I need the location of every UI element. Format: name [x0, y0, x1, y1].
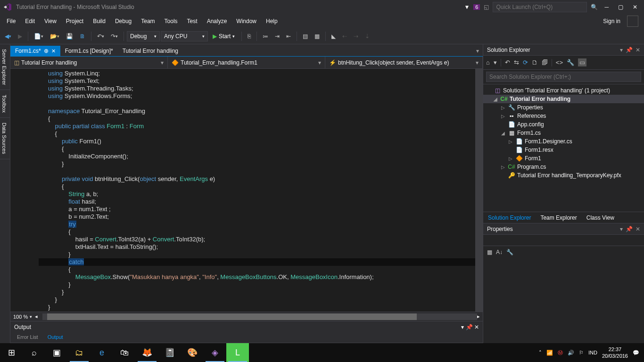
tray-volume-icon[interactable]: 🔊	[568, 350, 574, 356]
save-all-button[interactable]: 🗎	[77, 31, 88, 41]
config-combo[interactable]: Debug▾	[127, 31, 160, 41]
bt-team-explorer[interactable]: Team Explorer	[536, 213, 581, 223]
tree-references[interactable]: ▷▪▪References	[483, 112, 644, 120]
tree-program[interactable]: ▷C#Program.cs	[483, 163, 644, 171]
data-sources-tab[interactable]: Data Sources	[0, 118, 10, 159]
tb-icon-9[interactable]: ⇢	[351, 31, 361, 41]
open-file-button[interactable]: 📂▾	[47, 31, 62, 41]
close-button[interactable]: ✕	[630, 3, 640, 11]
nav-back-button[interactable]: ◀ ▾	[2, 31, 14, 41]
tree-form1class[interactable]: ▷🔶Form1	[483, 154, 644, 163]
quick-launch-input[interactable]	[493, 2, 587, 12]
server-explorer-tab[interactable]: Server Explorer	[0, 44, 10, 90]
tb-icon-6[interactable]: ▦	[312, 31, 322, 41]
tb-icon-5[interactable]: ▤	[300, 31, 311, 41]
tray-m-icon[interactable]: Ⓜ	[558, 349, 563, 356]
horizontal-scrollbar[interactable]	[42, 313, 477, 320]
menu-window[interactable]: Window	[231, 16, 261, 26]
tb-icon-8[interactable]: ⇠	[339, 31, 350, 41]
menu-build[interactable]: Build	[88, 16, 110, 26]
se-search-input[interactable]	[486, 72, 641, 82]
tree-solution[interactable]: ◫Solution 'Tutorial Error handling' (1 p…	[483, 86, 644, 95]
se-home-icon[interactable]: ⌂	[486, 59, 490, 66]
se-refresh-icon[interactable]: ⟳	[523, 59, 528, 66]
redo-button[interactable]: ↷▾	[108, 31, 121, 41]
output-tab[interactable]: Output	[43, 333, 68, 343]
tray-wifi-icon[interactable]: 📶	[546, 350, 553, 356]
tree-properties[interactable]: ▷🔧Properties	[483, 103, 644, 112]
tb-icon-3[interactable]: ⇥	[272, 31, 282, 41]
scroll-left[interactable]: ◂	[35, 313, 38, 320]
platform-combo[interactable]: Any CPU▾	[161, 31, 208, 41]
tb-icon-7[interactable]: ◣	[329, 31, 339, 41]
maximize-button[interactable]: ▢	[615, 3, 626, 11]
visual-studio-taskbar[interactable]: ◈	[204, 343, 226, 362]
code-editor[interactable]: using System.Linq;using System.Text;usin…	[10, 69, 483, 312]
store[interactable]: 🛍	[113, 343, 136, 362]
menu-analyze[interactable]: Analyze	[202, 16, 232, 26]
start-menu[interactable]: ⊞	[0, 343, 23, 362]
doc-tab-form1cs[interactable]: Form1.cs*⊕✕	[10, 46, 60, 56]
toolbox-tab[interactable]: Toolbox	[0, 90, 10, 118]
scroll-right[interactable]: ▸	[477, 313, 480, 320]
se-preview-icon[interactable]: ▭	[578, 58, 586, 66]
nav-project-combo[interactable]: ◫Tutorial Error handling▾	[10, 57, 168, 68]
menu-debug[interactable]: Debug	[110, 16, 136, 26]
save-button[interactable]: 💾	[63, 31, 76, 41]
minimize-button[interactable]: ─	[602, 3, 611, 11]
se-pin[interactable]: 📌	[626, 47, 633, 53]
notification-badge[interactable]: 6	[473, 4, 480, 10]
error-list-tab[interactable]: Error List	[12, 333, 43, 343]
menu-view[interactable]: View	[40, 16, 61, 26]
tray-lang[interactable]: IND	[588, 350, 597, 355]
tray-flag-icon[interactable]: ⚐	[579, 350, 584, 356]
sign-in-link[interactable]: Sign in	[598, 16, 625, 26]
avatar-icon[interactable]	[627, 16, 638, 27]
new-project-button[interactable]: 📄▾	[31, 31, 46, 41]
file-explorer[interactable]: 🗂	[68, 343, 91, 362]
tree-form1designer[interactable]: ▷📄Form1.Designer.cs	[483, 137, 644, 146]
menu-test[interactable]: Test	[182, 16, 202, 26]
paint[interactable]: 🎨	[181, 343, 204, 362]
tree-project[interactable]: ◢C#Tutorial Error handling	[483, 95, 644, 103]
close-icon[interactable]: ✕	[51, 48, 56, 54]
bt-solution-explorer[interactable]: Solution Explorer	[483, 213, 536, 223]
se-showall-icon[interactable]: 🗋	[532, 59, 538, 66]
output-close[interactable]: ✕	[474, 324, 479, 330]
pin-icon[interactable]: ⊕	[44, 48, 49, 54]
props-wrench-icon[interactable]: 🔧	[506, 249, 513, 255]
doc-tab-form1design[interactable]: Form1.cs [Design]*	[60, 46, 118, 56]
props-cat-icon[interactable]: ▦	[487, 249, 492, 255]
tb-icon-10[interactable]: ⇣	[362, 31, 372, 41]
doc-tab-tutorial[interactable]: Tutorial Error handling	[118, 46, 183, 56]
se-copy-icon[interactable]: 🗐	[542, 59, 548, 66]
line-app[interactable]: L	[226, 343, 249, 362]
firefox[interactable]: 🦊	[136, 343, 158, 362]
tb-icon-4[interactable]: ⇤	[283, 31, 294, 41]
se-back-icon[interactable]: ↶	[505, 59, 510, 66]
tb-icon-1[interactable]: ⎘	[245, 31, 254, 41]
feedback-icon[interactable]: ◱	[484, 4, 489, 10]
output-dropdown[interactable]: ▾	[461, 324, 464, 330]
tray-notifications[interactable]: 💬	[633, 350, 639, 356]
se-home-drop[interactable]: ▾	[494, 59, 497, 66]
menu-file[interactable]: File	[2, 16, 20, 26]
tree-form1resx[interactable]: 📄Form1.resx	[483, 146, 644, 154]
menu-help[interactable]: Help	[261, 16, 282, 26]
se-code-icon[interactable]: <>	[556, 59, 563, 66]
menu-team[interactable]: Team	[136, 16, 159, 26]
zoom-combo[interactable]: 100 %	[13, 314, 28, 320]
solution-tree[interactable]: ◫Solution 'Tutorial Error handling' (1 p…	[483, 84, 644, 212]
tree-form1[interactable]: ◢▦Form1.cs	[483, 129, 644, 137]
vertical-scrollbar[interactable]	[475, 69, 483, 312]
tray-clock[interactable]: 22:37 20/03/2016	[602, 346, 628, 359]
tb-icon-2[interactable]: ≔	[260, 31, 271, 41]
props-close[interactable]: ✕	[636, 226, 640, 232]
se-collapse-icon[interactable]: ⇆	[514, 59, 519, 66]
nav-forward-button[interactable]: ▶	[15, 31, 25, 41]
flag-icon[interactable]: ▼	[464, 4, 470, 10]
props-az-icon[interactable]: A↓	[496, 249, 503, 255]
menu-project[interactable]: Project	[61, 16, 88, 26]
task-view[interactable]: ▣	[45, 343, 68, 362]
tray-expand[interactable]: ˄	[539, 350, 542, 356]
